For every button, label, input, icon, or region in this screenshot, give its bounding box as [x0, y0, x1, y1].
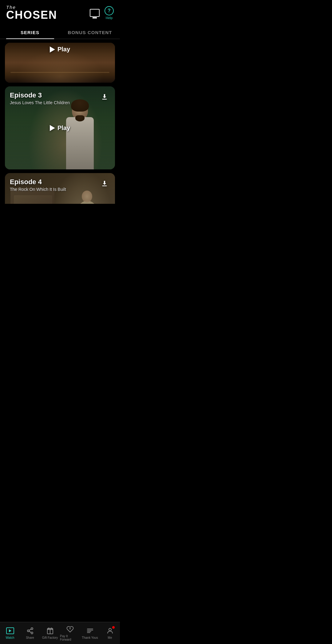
- episode-4-title: Episode 4: [10, 178, 110, 186]
- episode-4-download-button[interactable]: [99, 178, 110, 189]
- episode-3-play-button[interactable]: Play: [50, 124, 70, 132]
- episode-3-thumbnail: Episode 3 Jesus Loves The Little Childre…: [5, 86, 115, 169]
- episode-card-1: Play: [5, 43, 115, 83]
- help-label: Help: [106, 16, 113, 20]
- app-logo: The CHOSEN: [6, 5, 57, 21]
- help-circle-icon: ?: [105, 6, 114, 15]
- svg-rect-1: [102, 186, 107, 186]
- logo-chosen: CHOSEN: [6, 10, 57, 21]
- episode-card-4: Episode 4 The Rock On Which It Is Built …: [5, 173, 115, 204]
- cast-tv-icon[interactable]: [90, 9, 100, 17]
- episode-3-info: Episode 3 Jesus Loves The Little Childre…: [10, 91, 110, 105]
- svg-rect-0: [102, 99, 107, 100]
- play-triangle-icon: [50, 46, 55, 53]
- episodes-scroll[interactable]: Play Episode 3 Jesus Loves The Littl: [0, 39, 120, 204]
- episode-4-subtitle: The Rock On Which It Is Built: [10, 187, 110, 192]
- episode-1-play-button[interactable]: Play: [50, 46, 70, 53]
- tab-series[interactable]: SERIES: [0, 26, 60, 39]
- episode-3-title: Episode 3: [10, 91, 110, 99]
- app-header: The CHOSEN ? Help: [0, 0, 120, 24]
- episode-card-3: Episode 3 Jesus Loves The Little Childre…: [5, 86, 115, 169]
- download-icon: [101, 93, 109, 101]
- episode-4-info: Episode 4 The Rock On Which It Is Built: [10, 178, 110, 192]
- episode-1-thumbnail: Play: [5, 43, 115, 83]
- help-button[interactable]: ? Help: [105, 6, 114, 20]
- episode-3-download-button[interactable]: [99, 91, 110, 102]
- episode-3-subtitle: Jesus Loves The Little Children: [10, 100, 110, 105]
- download-icon-4: [101, 180, 109, 188]
- header-icons: ? Help: [90, 6, 114, 20]
- play-triangle-icon: [50, 125, 55, 131]
- episode-4-thumbnail: Episode 4 The Rock On Which It Is Built …: [5, 173, 115, 204]
- content-tabs: SERIES BONUS CONTENT: [0, 26, 120, 39]
- tab-bonus-content[interactable]: BONUS CONTENT: [60, 26, 120, 39]
